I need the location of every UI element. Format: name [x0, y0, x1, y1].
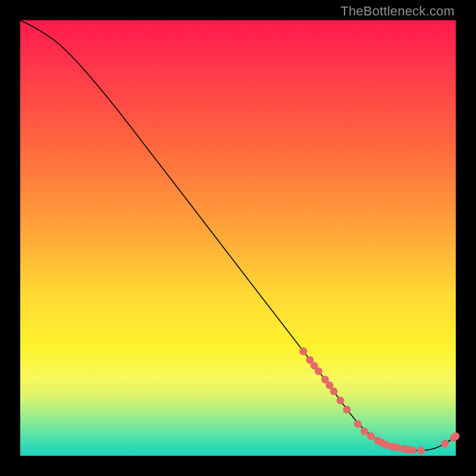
watermark-text: TheBottleneck.com — [340, 4, 455, 19]
data-point — [367, 433, 375, 440]
data-point — [330, 387, 338, 395]
data-point — [441, 440, 449, 447]
data-point — [417, 447, 425, 455]
data-point — [361, 428, 368, 436]
data-point — [382, 441, 390, 449]
data-point — [354, 420, 362, 428]
data-point — [337, 397, 345, 405]
data-point — [452, 433, 460, 440]
plot-area — [20, 20, 456, 456]
highlighted-points-group — [299, 347, 459, 455]
data-point — [408, 446, 416, 454]
bottleneck-curve — [20, 20, 456, 450]
data-point — [393, 444, 401, 452]
chart-svg — [20, 20, 456, 456]
data-point — [299, 347, 307, 355]
chart-frame: TheBottleneck.com — [0, 0, 476, 476]
data-point — [315, 368, 322, 375]
data-point — [343, 406, 351, 414]
